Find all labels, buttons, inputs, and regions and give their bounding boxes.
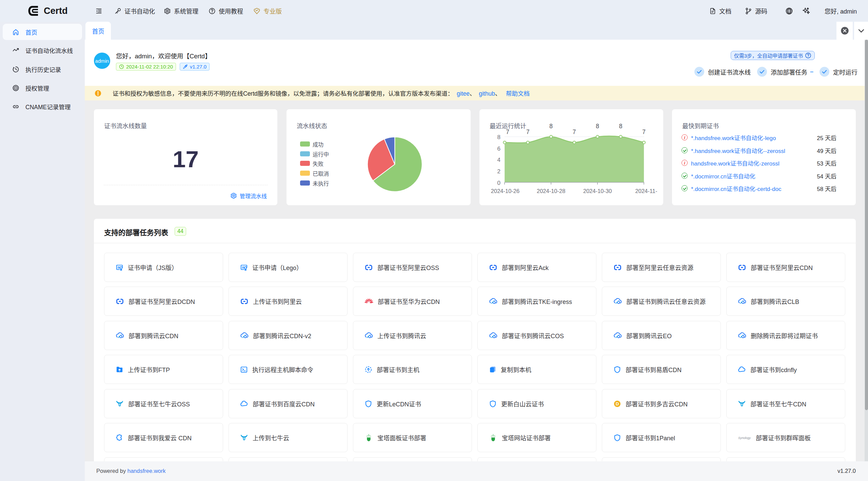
svg-text:运行中: 运行中 <box>313 152 329 157</box>
svg-text:7: 7 <box>573 129 576 135</box>
svg-text:Synology: Synology <box>738 436 751 440</box>
svg-text:8: 8 <box>596 123 599 130</box>
svg-text:0: 0 <box>497 180 500 186</box>
svg-text:2024-10-26: 2024-10-26 <box>491 188 519 194</box>
svg-text:6: 6 <box>497 146 500 152</box>
svg-text:未执行: 未执行 <box>313 181 329 187</box>
svg-text:失败: 失败 <box>313 161 323 167</box>
svg-text:D: D <box>616 401 619 406</box>
svg-text:2024-11-: 2024-11- <box>635 188 657 194</box>
svg-text:2: 2 <box>497 168 500 175</box>
svg-text:成功: 成功 <box>313 142 323 148</box>
svg-text:8: 8 <box>497 134 500 140</box>
svg-text:7: 7 <box>642 129 646 135</box>
svg-text:已取消: 已取消 <box>313 171 329 177</box>
svg-text:8: 8 <box>549 123 553 130</box>
svg-text:2024-10-28: 2024-10-28 <box>537 188 565 194</box>
svg-text:4: 4 <box>497 157 500 163</box>
svg-text:7: 7 <box>526 129 530 135</box>
svg-text:7: 7 <box>506 129 509 135</box>
svg-text:2024-10-30: 2024-10-30 <box>583 188 612 194</box>
svg-text:8: 8 <box>619 123 623 130</box>
